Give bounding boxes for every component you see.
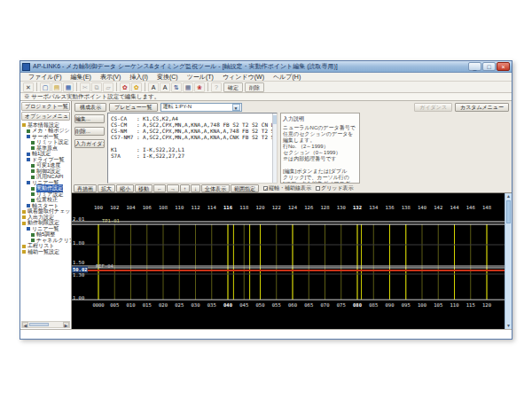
menu-item[interactable]: 表示(V) [96,73,125,82]
chart-top-tick-label: 140 [418,205,426,210]
updown-icon[interactable]: ⇅ [171,82,182,92]
code-line: S7A : I-K,S22,27,27 [111,153,271,159]
tree-node-icon [31,192,35,196]
edit-button[interactable]: 編集... [74,114,105,123]
chart-tool-button[interactable]: 拡大 [98,184,115,192]
chart-tool-button[interactable]: 縮小 [116,184,134,192]
chart-bottom-tick-label: 115 [466,302,475,308]
maximize-button[interactable]: □ [482,62,496,71]
sidebar-tab-options[interactable]: オプションメニュー [21,112,70,121]
chart-tool-button[interactable]: 移動 [135,184,153,192]
help-text-line: 行No. （2～1999） [283,144,357,150]
copy-icon[interactable]: ⧉ [91,82,102,92]
custom-menu-button[interactable]: カスタムメニュー [455,103,509,112]
guidance-button[interactable]: ガイダンス [414,103,452,112]
chart-option-checkbox[interactable]: ✓縦軸・補助線表示 [263,184,311,192]
hint-bar: ※ サーボパルス実動作ポイント設定で編集します。 [20,93,512,101]
chart-top-tick-label: 130 [337,205,346,210]
project-tree: 基本情報設定メカ・軸ポジションサーボ一覧リミット設定基準原点軸1設定ドライブ一覧… [20,121,71,320]
layout-view-button[interactable]: 構成表示 [74,103,106,112]
chart-bottom-tick-label: 025 [175,302,184,308]
save-icon[interactable]: ▦ [63,82,74,92]
app-window: AP-LINK6 - メカ軸制御データ シーケンス&タイミング監視ツール - [… [20,60,512,340]
mode-combobox[interactable]: 運転 1:PY-N ▼ [160,103,242,112]
chart-top-tick-label: 112 [192,205,200,210]
grid-icon[interactable]: ▦ [183,82,193,92]
help-icon[interactable]: ? [211,82,222,92]
timing-chart-plot[interactable]: 1001021041061081101121141161181201221241… [72,193,505,329]
font-up-icon[interactable]: A [148,82,159,92]
code-list-scrollbar[interactable] [272,113,277,183]
timing-chart-svg: 1001021041061081101121141161181201221241… [72,193,505,329]
chart-bottom-tick-label: 070 [321,302,330,308]
tree-node-icon [22,215,26,219]
tree-node-icon [22,123,26,127]
chart-top-tick-label: 118 [239,205,248,210]
menu-item[interactable]: ツール(T) [183,73,218,82]
chevron-down-icon[interactable]: ▼ [232,104,240,111]
minimize-button[interactable]: _ [468,62,481,71]
menu-item[interactable]: 変換(C) [153,73,183,82]
menu-item[interactable]: 編集(E) [66,73,96,82]
chart-option-checkbox[interactable]: グリッド表示 [316,184,354,192]
chart-tool-button[interactable]: → [167,184,179,192]
scrollbar-thumb[interactable] [29,323,49,326]
toolbar-text-button[interactable]: 確定 [223,82,243,92]
chart-top-tick-label: 128 [321,205,330,210]
chart-top-tick-label: 122 [272,205,281,210]
chart-tool-button[interactable]: 再描画 [74,184,97,192]
input-guidance-button[interactable]: 入力ガイダンス [74,139,105,148]
open-folder-icon[interactable]: ▤ [51,82,62,92]
menu-item[interactable]: ウィンドウ(W) [218,73,269,82]
checkbox-icon[interactable] [316,186,320,191]
tree-node-icon [31,141,35,145]
delete-button[interactable]: 削除... [74,127,105,136]
edit-button-column: 編集... 削除... 入力ガイダンス [74,113,105,184]
tree-node-icon [22,245,26,248]
help-text-line [283,162,357,168]
timing-chart[interactable]: 1001021041061081101121141161181201221241… [72,193,512,329]
menu-item[interactable]: ヘルプ(H) [269,73,305,82]
program-code-list[interactable]: CS-CA : K1,CS,K2,A4CS-CM : A,SC2,CPX,MN,… [107,113,278,184]
chart-vertical-scrollbar[interactable]: ▲ ▼ [505,193,512,329]
sidebar-horizontal-scrollbar[interactable]: ◀ ▶ [21,321,70,328]
chart-bottom-tick-label: 120 [482,302,491,308]
sidebar-tab-project[interactable]: プロジェクト一覧 [21,102,70,111]
scroll-left-icon[interactable]: ◀ [22,322,28,327]
chart-tool-button[interactable]: 全体表示 [201,184,230,192]
tree-item[interactable]: 補助一覧設定 [22,249,71,255]
mark-red-icon[interactable]: ❀ [194,82,205,92]
font-down-icon[interactable]: A [160,82,170,92]
scroll-up-icon[interactable]: ▲ [505,193,512,200]
chart-top-tick-label: 116 [223,205,233,210]
tree-node-icon [27,129,30,133]
chart-top-tick-label: 106 [143,205,152,210]
checkbox-label: 縦軸・補助線表示 [269,184,311,192]
chart-bottom-tick-label: 055 [272,302,281,308]
chart-tool-button[interactable]: ← [153,184,166,192]
chart-tool-button[interactable]: 範囲指定 [231,184,259,192]
scroll-down-icon[interactable]: ▼ [505,323,512,329]
checkbox-icon[interactable]: ✓ [263,186,268,191]
chart-tool-button[interactable]: ↑ [180,184,190,192]
preview-list-button[interactable]: プレビュー一覧 [109,103,158,112]
chart-bottom-tick-label: 045 [239,302,248,308]
tree-node-icon [27,227,30,231]
menu-item[interactable]: 挿入(I) [125,73,153,82]
chart-bottom-tick-label: 0000 [92,302,104,308]
chart-tool-button[interactable]: ↓ [191,184,200,192]
flower-yellow-icon[interactable]: ✿ [131,82,142,92]
chart-bottom-tick-label: 030 [192,302,200,308]
cut-icon[interactable]: ✂ [80,82,90,92]
menu-item[interactable]: ファイル(F) [24,73,66,82]
scroll-right-icon[interactable]: ▶ [63,322,69,327]
flower-red-icon[interactable]: ✿ [120,82,130,92]
chart-top-tick-label: 138 [402,205,411,210]
close-button[interactable]: × [497,62,510,71]
paste-icon[interactable]: ▱ [103,82,113,92]
exit-icon[interactable]: ✕ [23,82,34,92]
chart-scrollbar-thumb[interactable] [506,200,511,223]
toolbar-text-button[interactable]: 削除 [245,82,264,92]
new-file-icon[interactable]: ▢ [40,82,51,92]
help-text-line: [編集]ボタンまたは[ダブル [283,168,357,175]
